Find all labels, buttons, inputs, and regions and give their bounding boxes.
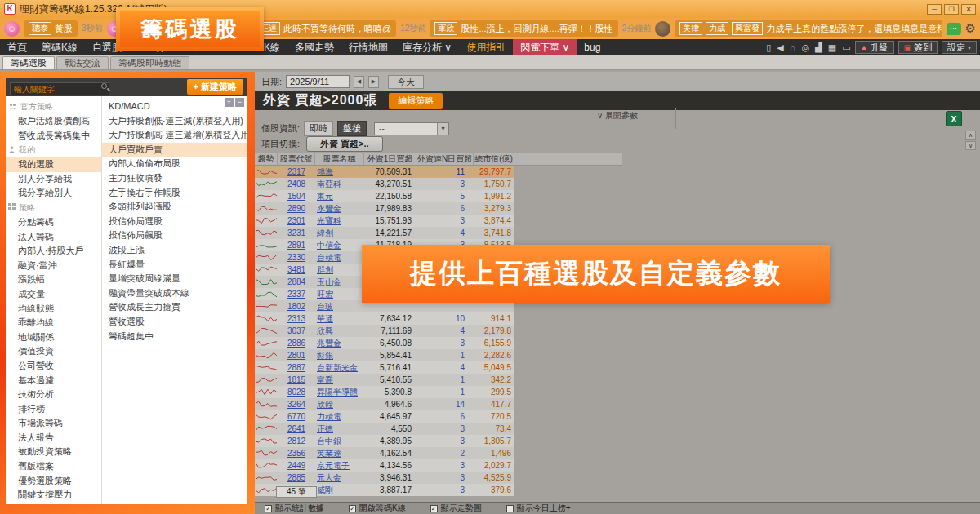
sidebar-item[interactable]: 排行榜 <box>6 402 101 417</box>
stock-name-link[interactable]: 台玻 <box>315 300 364 312</box>
plus-button[interactable]: + <box>225 98 234 107</box>
tab-item[interactable]: 籌碼股即時動態 <box>110 56 189 69</box>
sidebar-item[interactable]: 關鍵支撐壓力 <box>6 488 101 503</box>
stock-code-link[interactable]: 1815 <box>278 374 315 386</box>
stock-name-link[interactable]: 力積電 <box>315 410 364 423</box>
table-row[interactable]: 2885元大金3,946.3134,525.9 <box>255 472 514 484</box>
sidebar-item[interactable]: 舊版檔案 <box>6 459 101 474</box>
column-header[interactable]: 外資1日買超 <box>364 153 416 165</box>
tab-active[interactable]: 籌碼選股 <box>2 56 55 69</box>
sidebar-item[interactable]: 均線狀態 <box>6 302 101 317</box>
stock-name-link[interactable]: 英業達 <box>315 447 364 459</box>
stock-code-link[interactable]: 3264 <box>278 398 315 410</box>
stock-code-link[interactable]: 2890 <box>278 202 315 215</box>
item-switch-button[interactable]: 外資 買超>.. <box>306 136 383 152</box>
upgrade-button[interactable]: ▲ 升級 <box>855 41 894 54</box>
sidebar-section-header[interactable]: 策略 <box>6 201 101 215</box>
stock-code-link[interactable]: 3481 <box>278 264 315 276</box>
sidebar-item[interactable]: 漲跌幅 <box>6 273 101 287</box>
stock-code-link[interactable]: 2886 <box>278 337 315 349</box>
stock-code-link[interactable]: 1802 <box>278 300 315 312</box>
stock-name-link[interactable]: 彰銀 <box>315 349 364 361</box>
sidebar-item[interactable]: 法人籌碼 <box>6 230 101 245</box>
table-row[interactable]: 6770力積電4,645.976720.5 <box>255 410 514 423</box>
sidebar-item[interactable]: 營收成長籌碼集中 <box>6 129 101 144</box>
prev-day-button[interactable]: ◀ <box>354 76 364 88</box>
table-row[interactable]: 2641正德4,550373.4 <box>255 423 514 435</box>
chart-icon[interactable]: ▟ <box>815 42 822 53</box>
strategy-list-item[interactable]: 大戶持股創高‧連三遞增(累積登入用) <box>102 128 247 143</box>
sidebar-item[interactable]: 價值投資 <box>6 344 101 359</box>
stock-code-link[interactable]: 2301 <box>278 215 315 227</box>
restore-button[interactable]: ❐ <box>944 4 959 15</box>
stock-name-link[interactable]: 台積電 <box>315 251 364 264</box>
sidebar-section-header[interactable]: 我的 <box>6 143 101 157</box>
stock-name-link[interactable]: 華通 <box>315 312 364 325</box>
stock-code-link[interactable]: 2887 <box>278 361 315 374</box>
stock-name-link[interactable]: 兆豐金 <box>315 337 364 349</box>
sidebar-item[interactable]: 市場派籌碼 <box>6 416 101 431</box>
sidebar-item[interactable]: 我分享給別人 <box>6 186 101 201</box>
strategy-list-item[interactable]: 多頭排列起漲股 <box>102 200 247 215</box>
stock-name-link[interactable]: 威剛 <box>315 484 364 496</box>
table-row[interactable]: 1815富喬5,410.551342.2 <box>255 374 514 386</box>
sidebar-item[interactable]: 公司營收 <box>6 359 101 374</box>
display-option[interactable]: ✓顯示統計數據 <box>265 503 324 514</box>
stock-name-link[interactable]: 京元電子 <box>315 459 364 472</box>
sidebar-item[interactable]: 融資‧當沖 <box>6 259 101 273</box>
table-row[interactable]: 2812台中銀4,389.9531,305.7 <box>255 435 514 447</box>
sidebar-item[interactable]: 被動投資策略 <box>6 445 101 459</box>
sidebar-item[interactable]: 法人報告 <box>6 431 101 445</box>
strategy-list-item[interactable]: 大戶持股創低‧連三減(累積登入用) <box>102 114 247 129</box>
sidebar-item[interactable]: 散戶活絡股價創高 <box>6 114 101 129</box>
chat-message[interactable]: 正達此時不買等待何時，嘻嘻@ <box>252 20 396 37</box>
stock-code-link[interactable]: 2337 <box>278 288 315 300</box>
stock-code-link[interactable]: 3037 <box>278 325 315 337</box>
sidebar-item[interactable]: 技術分析 <box>6 388 101 402</box>
strategy-list-item[interactable]: 大戶買散戶賣 <box>102 143 247 157</box>
sidebar-section-header[interactable]: 官方策略 <box>6 100 101 114</box>
table-row[interactable]: 2317鴻海70,509.311129,797.7 <box>255 166 514 178</box>
menu-item[interactable]: 行情地圖 <box>341 39 395 55</box>
sidebar-item[interactable]: 成交量 <box>6 287 101 302</box>
stock-code-link[interactable]: 2408 <box>278 178 315 190</box>
strategy-list-item[interactable]: 長紅爆量 <box>102 258 247 273</box>
scroll-up-button[interactable]: ∧ <box>965 131 976 140</box>
stock-name-link[interactable]: 台中銀 <box>315 435 364 447</box>
stock-code-link[interactable]: 2812 <box>278 435 315 447</box>
stock-name-link[interactable]: 欣興 <box>315 325 364 337</box>
menu-item[interactable]: 多國走勢 <box>287 39 341 55</box>
strategy-list-item[interactable]: 量增突破周線滿量 <box>102 272 247 286</box>
qr-icon[interactable]: ▦ <box>828 42 836 53</box>
sidebar-item[interactable]: 優勢選股策略 <box>6 474 101 489</box>
next-day-button[interactable]: ▶ <box>368 76 379 88</box>
sidebar-item[interactable]: 分點籌碼 <box>6 215 101 230</box>
search-input[interactable] <box>10 82 109 95</box>
chat-message[interactable]: 軍欣股性...漲上，回測月線....再彈！！股性 <box>430 20 617 37</box>
menu-item[interactable]: 閃電下單 ∨ <box>513 39 577 55</box>
today-button[interactable]: 今天 <box>388 75 424 89</box>
stock-name-link[interactable]: 旺宏 <box>315 288 364 300</box>
sidebar-item[interactable]: 乖離均線 <box>6 316 101 330</box>
strategy-list-item[interactable]: 內部人偷偷布局股 <box>102 157 247 171</box>
scroll-down-button[interactable]: ∨ <box>965 141 976 150</box>
realtime-toggle[interactable]: 即時 <box>304 121 333 136</box>
stock-name-link[interactable]: 東元 <box>315 190 364 202</box>
column-header[interactable]: 總市值(億) <box>474 153 514 165</box>
display-option[interactable]: 顯示今日上榜+ <box>506 503 571 514</box>
menu-item[interactable]: 籌碼K線 <box>34 39 85 55</box>
afterhours-toggle[interactable]: 盤後 <box>337 121 367 136</box>
stock-name-link[interactable]: 光寶科 <box>315 215 364 227</box>
stock-name-link[interactable]: 欣銓 <box>315 398 364 410</box>
minus-button[interactable]: − <box>235 98 244 107</box>
stock-code-link[interactable]: 6770 <box>278 410 315 423</box>
strategy-list-item[interactable]: 營收選股 <box>102 315 247 330</box>
menu-item[interactable]: bug <box>577 39 608 55</box>
stock-name-link[interactable]: 中信金 <box>315 239 364 251</box>
sidebar-item[interactable]: 我的選股 <box>6 157 101 172</box>
checkbox[interactable]: ✓ <box>430 505 438 512</box>
menu-item[interactable]: 首頁 <box>0 39 34 55</box>
checkbox[interactable] <box>506 505 514 512</box>
strategy-list-item[interactable]: 波段上漲 <box>102 243 247 258</box>
stock-code-link[interactable]: 1504 <box>278 190 315 202</box>
